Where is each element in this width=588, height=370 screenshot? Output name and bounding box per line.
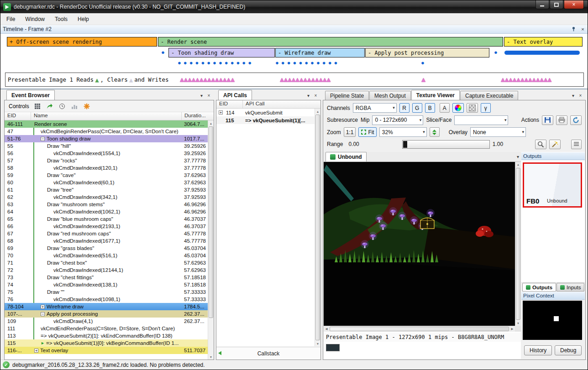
- table-row[interactable]: 68vkCmdDrawIndexed(1677,1)45.77778: [5, 237, 208, 245]
- texture-vscrollbar[interactable]: ▲ ▼: [515, 162, 521, 326]
- menu-tools[interactable]: Tools: [50, 14, 73, 25]
- channels-select[interactable]: RGBA: [353, 103, 397, 113]
- slice-face-select[interactable]: [454, 115, 508, 125]
- tab-texture-viewer[interactable]: Texture Viewer: [411, 90, 460, 100]
- expander-icon[interactable]: +: [219, 110, 223, 115]
- bookmark-icon[interactable]: [83, 102, 91, 110]
- table-row[interactable]: 59Draw "cave"37.62963: [5, 172, 208, 179]
- timeline-marker[interactable]: - Render scene: [158, 37, 503, 47]
- green-channel-button[interactable]: G: [412, 103, 422, 113]
- export-button[interactable]: [556, 115, 567, 125]
- api-calls-scrollbar[interactable]: ▲ ▼: [315, 109, 320, 346]
- jump-to-eid-icon[interactable]: [46, 102, 54, 110]
- table-row[interactable]: 62vkCmdDrawIndexed(342,1)37.92593: [5, 193, 208, 201]
- callstack-section[interactable]: Callstack: [216, 347, 320, 360]
- pane-menu-icon[interactable]: ▾: [570, 93, 577, 98]
- texture-hscrollbar[interactable]: ◀ ▶: [324, 326, 515, 332]
- scroll-thumb[interactable]: [516, 168, 520, 320]
- draw-event-dots[interactable]: ●●●●●●●●●●●●●: [178, 60, 254, 66]
- table-row[interactable]: 107-...−Apply post processing262.37...: [5, 310, 208, 318]
- col-duration[interactable]: Duratio...: [182, 112, 214, 120]
- tab-mesh-output[interactable]: Mesh Output: [369, 91, 411, 100]
- table-row[interactable]: 116-...+Text overlay511.7037: [5, 347, 208, 354]
- table-row[interactable]: 65Draw "blue mushroom caps"46.37037: [5, 215, 208, 223]
- overlay-select[interactable]: None: [470, 127, 526, 137]
- col-name[interactable]: Name: [31, 112, 182, 120]
- col-eid[interactable]: EID: [5, 112, 31, 120]
- pane-menu-icon[interactable]: ▾: [305, 93, 312, 98]
- range-slider[interactable]: [402, 140, 490, 149]
- expander-icon[interactable]: −: [41, 312, 45, 316]
- timeline-marker[interactable]: - Apply post processing: [365, 48, 489, 57]
- table-row[interactable]: +114vkQueueSubmit: [216, 109, 315, 116]
- red-channel-button[interactable]: R: [399, 103, 410, 113]
- table-row[interactable]: 75Draw ""57.33333: [5, 288, 208, 296]
- expander-icon[interactable]: +: [34, 349, 38, 353]
- write-triangles[interactable]: ▲▲▲▲▲▲▲▲▲▲▲▲▲: [501, 76, 551, 83]
- zoom-range-button[interactable]: [535, 140, 546, 149]
- scroll-up-icon[interactable]: ▲: [315, 109, 320, 114]
- write-triangles[interactable]: ▲▲▲▲▲▲▲▲▲▲▲▲▲: [280, 76, 331, 83]
- scroll-up-icon[interactable]: ▲: [515, 163, 521, 166]
- range-options-button[interactable]: [571, 140, 582, 149]
- timeline-marker[interactable]: - Text overlay: [504, 37, 583, 47]
- table-row[interactable]: 61Draw "tree"37.92593: [5, 186, 208, 193]
- table-row[interactable]: 76vkCmdDrawIndexed(1098,1)57.33333: [5, 296, 208, 303]
- tab-outputs[interactable]: Outputs: [522, 283, 556, 292]
- timeline-marker[interactable]: + Off-screen scene rendering: [7, 37, 157, 47]
- pane-menu-icon[interactable]: ▾: [198, 93, 205, 98]
- menu-file[interactable]: File: [1, 14, 20, 25]
- scroll-up-icon[interactable]: ▲: [208, 120, 214, 126]
- scroll-thumb[interactable]: [315, 115, 320, 340]
- blue-channel-button[interactable]: B: [425, 103, 435, 113]
- colorwheel-button[interactable]: [452, 103, 464, 113]
- texture-viewport[interactable]: ▲ ▼ ◀ ▶: [324, 162, 521, 332]
- scroll-left-icon[interactable]: ◀: [324, 327, 329, 331]
- draw-event-dot[interactable]: ●: [161, 49, 165, 55]
- draw-event-dots[interactable]: ●: [421, 60, 427, 66]
- table-row[interactable]: 58vkCmdDrawIndexed(120,1)37.77778: [5, 164, 208, 172]
- tab-event-browser[interactable]: Event Browser: [6, 90, 55, 100]
- table-row[interactable]: 113=> vkQueueSubmit(2)[1]: vkEndCommandB…: [5, 332, 208, 339]
- table-row[interactable]: 70vkCmdDrawIndexed(516,1)45.03704: [5, 252, 208, 259]
- autofit-button[interactable]: [549, 140, 561, 149]
- scroll-thumb[interactable]: [209, 126, 213, 318]
- table-row[interactable]: 71Draw "chest box"57.62963: [5, 259, 208, 266]
- table-row[interactable]: 73Draw "chest fittings"57.18518: [5, 274, 208, 281]
- table-row[interactable]: 47vkCmdBeginRenderPass(C=Clear, D=Clear,…: [5, 128, 208, 135]
- scroll-down-icon[interactable]: ▼: [208, 354, 214, 360]
- expander-icon[interactable]: +: [41, 305, 45, 309]
- table-row[interactable]: 72vkCmdDrawIndexed(12144,1)57.62963: [5, 266, 208, 274]
- table-row[interactable]: 115=> vkQueueSubmit(1)[...: [216, 116, 315, 124]
- table-row[interactable]: 46-111Render scene3064.7...: [5, 120, 208, 128]
- col-api-call[interactable]: API Call: [243, 100, 320, 108]
- texture-list-dropdown-icon[interactable]: ▾: [517, 154, 519, 159]
- close-icon[interactable]: ×: [579, 26, 586, 32]
- overlay-draws-bar[interactable]: [504, 51, 580, 55]
- timeline-marker[interactable]: - Wireframe draw: [275, 48, 365, 57]
- filter-icon[interactable]: [33, 102, 42, 110]
- table-row[interactable]: 57Draw "rocks"37.77778: [5, 157, 208, 164]
- history-button[interactable]: History: [524, 345, 552, 355]
- texture-image[interactable]: [324, 162, 515, 326]
- zoom-1to1-button[interactable]: 1:1: [344, 127, 356, 137]
- table-row[interactable]: 111vkCmdEndRenderPass(C=Store, D=Store, …: [5, 325, 208, 332]
- menu-window[interactable]: Window: [20, 14, 50, 25]
- col-eid[interactable]: EID: [216, 100, 243, 108]
- tab-inputs[interactable]: Inputs: [556, 283, 584, 292]
- table-row[interactable]: 64vkCmdDrawIndexed(1062,1)46.96296: [5, 208, 208, 215]
- scroll-down-icon[interactable]: ▼: [515, 322, 521, 325]
- alpha-channel-button[interactable]: A: [440, 103, 450, 113]
- pixel-context-view[interactable]: [523, 301, 582, 340]
- scroll-right-icon[interactable]: ▶: [509, 327, 515, 331]
- stats-icon[interactable]: [70, 102, 79, 110]
- table-row[interactable]: 109vkCmdDraw(4,1)262.37...: [5, 318, 208, 325]
- table-row[interactable]: 115►=> vkQueueSubmit(1)[0]: vkBeginComma…: [5, 339, 208, 347]
- pin-icon[interactable]: [570, 26, 577, 32]
- zoom-select[interactable]: 32%: [379, 127, 427, 137]
- minimize-button[interactable]: [536, 0, 549, 9]
- time-durations-icon[interactable]: [58, 102, 66, 110]
- table-row[interactable]: 74vkCmdDrawIndexed(138,1)57.18518: [5, 281, 208, 288]
- mip-select[interactable]: 0 - 1272x690: [372, 115, 423, 125]
- scroll-down-icon[interactable]: ▼: [315, 341, 320, 346]
